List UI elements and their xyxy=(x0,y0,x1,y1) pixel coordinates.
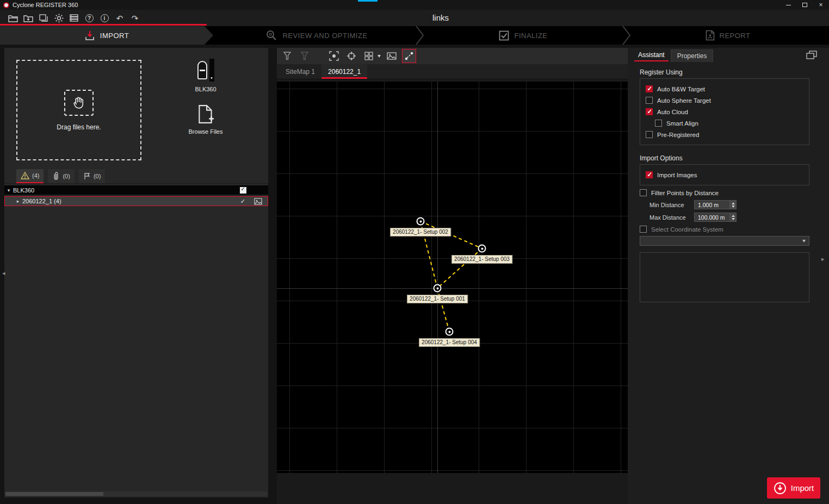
auto-sphere-target-checkbox[interactable] xyxy=(646,97,653,104)
blk360-device-label: BLK360 xyxy=(195,86,216,92)
spin-up-icon[interactable] xyxy=(732,215,735,217)
tab-attachments[interactable]: (0) xyxy=(48,169,74,183)
option-pre-registered[interactable]: Pre-Registered xyxy=(646,129,803,140)
pano-image-icon[interactable] xyxy=(254,198,262,205)
coordinate-system-label: Select Coordinate System xyxy=(651,226,723,233)
tab-annotations[interactable]: (0) xyxy=(79,169,105,183)
option-import-images[interactable]: Import Images xyxy=(646,169,803,181)
help-button[interactable]: ? xyxy=(82,11,97,25)
setup-node[interactable] xyxy=(478,245,486,253)
coordinate-system-dropdown[interactable] xyxy=(640,236,809,246)
horizontal-scrollbar[interactable] xyxy=(5,491,267,496)
option-smart-align[interactable]: Smart Align xyxy=(646,117,803,129)
max-distance-row: Max Distance 100.000 m xyxy=(640,211,809,223)
workflow-step-review[interactable]: REVIEW AND OPTIMIZE xyxy=(213,26,420,45)
scan-position-tool[interactable] xyxy=(280,49,294,63)
sitemap-canvas[interactable]: 2060122_1- Setup 0022060122_1- Setup 003… xyxy=(277,82,628,473)
max-distance-input[interactable]: 100.000 m xyxy=(694,213,730,222)
auto-bw-target-checkbox[interactable] xyxy=(646,85,653,92)
option-coordinate-system[interactable]: Select Coordinate System xyxy=(640,223,809,235)
redo-button[interactable]: ↷ xyxy=(127,11,143,25)
filter-points-checkbox[interactable] xyxy=(640,189,647,196)
option-auto-cloud[interactable]: Auto Cloud xyxy=(646,106,803,117)
panel-layout-icon xyxy=(806,51,817,59)
setup-node[interactable] xyxy=(417,217,425,226)
info-button[interactable]: i xyxy=(97,11,112,25)
save-project-button[interactable] xyxy=(21,11,36,25)
expand-caret-icon[interactable]: ▸ xyxy=(14,198,22,204)
settings-button[interactable] xyxy=(51,11,66,25)
setup-link-line[interactable] xyxy=(437,248,482,288)
spin-up-icon[interactable] xyxy=(732,202,735,204)
target-tool[interactable] xyxy=(344,49,358,63)
option-filter-points[interactable]: Filter Points by Distance xyxy=(640,187,809,198)
collapse-right-panel-arrow[interactable]: ▸ xyxy=(821,256,825,263)
scan-position-icon xyxy=(282,51,292,61)
storage-button[interactable] xyxy=(66,11,82,25)
auto-cloud-icon xyxy=(329,51,339,61)
workflow-step-import[interactable]: IMPORT xyxy=(0,26,213,45)
register-using-group: Auto B&W Target Auto Sphere Target Auto … xyxy=(640,78,809,145)
open-project-button[interactable] xyxy=(5,11,21,25)
option-auto-sphere-target[interactable]: Auto Sphere Target xyxy=(646,95,803,106)
min-distance-spinner[interactable] xyxy=(730,200,737,209)
maximize-button[interactable] xyxy=(796,0,813,10)
import-button[interactable]: Import xyxy=(767,477,820,499)
right-panel-tabs: Assistant Properties xyxy=(628,48,829,62)
spin-down-icon[interactable] xyxy=(732,206,735,208)
filter-points-label: Filter Points by Distance xyxy=(651,190,719,196)
tab-sitemap-1[interactable]: SiteMap 1 xyxy=(279,64,321,79)
auto-cloud-checkbox[interactable] xyxy=(646,108,653,115)
titlebar: Cyclone REGISTER 360 × xyxy=(0,0,829,10)
minimize-button[interactable] xyxy=(780,0,796,10)
tab-properties[interactable]: Properties xyxy=(671,49,714,62)
min-distance-input[interactable]: 1.000 m xyxy=(694,200,730,209)
workflow-step-report[interactable]: REPORT xyxy=(627,26,829,45)
grid-tool[interactable] xyxy=(362,49,376,63)
scrollbar-thumb[interactable] xyxy=(5,492,103,496)
tree-row-blk360[interactable]: ▾ BLK360 xyxy=(4,185,268,195)
import-button-label: Import xyxy=(791,483,814,493)
dataset-check-icon[interactable]: ✓ xyxy=(240,198,245,205)
smart-align-checkbox[interactable] xyxy=(655,120,662,127)
blk360-dropdown-strip[interactable] xyxy=(209,59,214,82)
file-dropzone[interactable]: Drag files here. xyxy=(16,60,141,160)
smart-align-label: Smart Align xyxy=(666,120,698,127)
project-manager-button[interactable] xyxy=(36,11,51,25)
tab-dataset[interactable]: 2060122_1 xyxy=(321,64,367,79)
panel-layout-button[interactable] xyxy=(806,51,817,59)
blk360-checkbox[interactable] xyxy=(240,187,246,194)
spin-down-icon[interactable] xyxy=(732,218,735,220)
window-title: Cyclone REGISTER 360 xyxy=(13,2,78,8)
close-button[interactable]: × xyxy=(813,0,829,10)
tab-assistant[interactable]: Assistant xyxy=(632,48,671,62)
images-tool[interactable] xyxy=(385,49,399,63)
tree-row-label: 2060122_1 (4) xyxy=(22,198,61,204)
blk360-device-button[interactable] xyxy=(197,59,214,83)
setup-node[interactable] xyxy=(434,284,442,293)
max-distance-label: Max Distance xyxy=(649,214,691,221)
scan-position-alt-tool[interactable] xyxy=(298,49,312,63)
browse-files-button[interactable]: Browse Files xyxy=(189,104,223,135)
collapse-left-panel-arrow[interactable]: ◂ xyxy=(2,270,5,277)
links-view-tool[interactable] xyxy=(402,49,416,63)
register-using-label: Register Using xyxy=(640,69,683,76)
undo-button[interactable]: ↶ xyxy=(112,11,127,25)
pre-registered-checkbox[interactable] xyxy=(646,131,653,138)
grid-dropdown-button[interactable] xyxy=(376,49,381,63)
collapse-caret-icon[interactable]: ▾ xyxy=(4,188,13,193)
import-images-checkbox[interactable] xyxy=(646,171,653,178)
setup-node[interactable] xyxy=(446,328,454,336)
browse-files-label: Browse Files xyxy=(189,128,223,135)
tab-issues[interactable]: (4) xyxy=(16,169,44,183)
tree-row-dataset[interactable]: ▸ 2060122_1 (4) ✓ xyxy=(4,196,268,206)
workflow-step-finalize[interactable]: FINALIZE xyxy=(420,26,627,45)
option-auto-bw-target[interactable]: Auto B&W Target xyxy=(646,83,803,95)
max-distance-spinner[interactable] xyxy=(730,213,737,222)
coordinate-preview-box xyxy=(640,252,809,302)
auto-cloud-tool[interactable] xyxy=(327,49,341,63)
redo-icon: ↷ xyxy=(132,14,139,22)
coordinate-system-checkbox[interactable] xyxy=(640,226,647,233)
finalize-step-icon xyxy=(499,30,509,41)
workflow-bar: IMPORT REVIEW AND OPTIMIZE FINALIZE REPO… xyxy=(0,26,829,45)
